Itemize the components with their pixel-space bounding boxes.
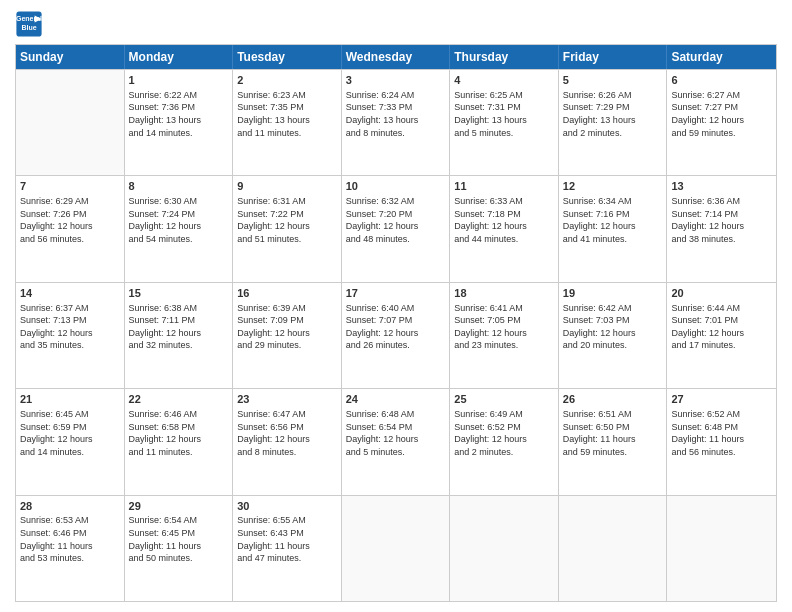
calendar-cell: 17Sunrise: 6:40 AM Sunset: 7:07 PM Dayli… [342,283,451,388]
calendar-cell: 26Sunrise: 6:51 AM Sunset: 6:50 PM Dayli… [559,389,668,494]
calendar-cell: 27Sunrise: 6:52 AM Sunset: 6:48 PM Dayli… [667,389,776,494]
calendar-cell: 22Sunrise: 6:46 AM Sunset: 6:58 PM Dayli… [125,389,234,494]
calendar-cell [559,496,668,601]
day-number: 20 [671,286,772,301]
day-number: 25 [454,392,554,407]
calendar-cell [667,496,776,601]
svg-text:Blue: Blue [21,24,36,31]
day-info: Sunrise: 6:51 AM Sunset: 6:50 PM Dayligh… [563,408,663,458]
day-number: 24 [346,392,446,407]
day-number: 21 [20,392,120,407]
day-info: Sunrise: 6:33 AM Sunset: 7:18 PM Dayligh… [454,195,554,245]
day-info: Sunrise: 6:37 AM Sunset: 7:13 PM Dayligh… [20,302,120,352]
day-info: Sunrise: 6:38 AM Sunset: 7:11 PM Dayligh… [129,302,229,352]
day-number: 13 [671,179,772,194]
day-number: 4 [454,73,554,88]
calendar-cell [16,70,125,175]
calendar-cell: 23Sunrise: 6:47 AM Sunset: 6:56 PM Dayli… [233,389,342,494]
calendar-cell: 2Sunrise: 6:23 AM Sunset: 7:35 PM Daylig… [233,70,342,175]
calendar-cell: 21Sunrise: 6:45 AM Sunset: 6:59 PM Dayli… [16,389,125,494]
logo-icon: General Blue [15,10,43,38]
calendar-row-0: 1Sunrise: 6:22 AM Sunset: 7:36 PM Daylig… [16,69,776,175]
calendar-cell [450,496,559,601]
day-number: 17 [346,286,446,301]
calendar-cell: 16Sunrise: 6:39 AM Sunset: 7:09 PM Dayli… [233,283,342,388]
day-number: 8 [129,179,229,194]
day-number: 5 [563,73,663,88]
day-info: Sunrise: 6:32 AM Sunset: 7:20 PM Dayligh… [346,195,446,245]
day-info: Sunrise: 6:25 AM Sunset: 7:31 PM Dayligh… [454,89,554,139]
day-info: Sunrise: 6:22 AM Sunset: 7:36 PM Dayligh… [129,89,229,139]
day-number: 30 [237,499,337,514]
day-info: Sunrise: 6:29 AM Sunset: 7:26 PM Dayligh… [20,195,120,245]
page: General Blue SundayMondayTuesdayWednesda… [0,0,792,612]
day-number: 27 [671,392,772,407]
calendar-cell: 4Sunrise: 6:25 AM Sunset: 7:31 PM Daylig… [450,70,559,175]
day-info: Sunrise: 6:45 AM Sunset: 6:59 PM Dayligh… [20,408,120,458]
calendar-cell: 14Sunrise: 6:37 AM Sunset: 7:13 PM Dayli… [16,283,125,388]
day-info: Sunrise: 6:23 AM Sunset: 7:35 PM Dayligh… [237,89,337,139]
day-number: 9 [237,179,337,194]
day-number: 11 [454,179,554,194]
day-info: Sunrise: 6:27 AM Sunset: 7:27 PM Dayligh… [671,89,772,139]
day-number: 19 [563,286,663,301]
day-info: Sunrise: 6:34 AM Sunset: 7:16 PM Dayligh… [563,195,663,245]
calendar-cell: 3Sunrise: 6:24 AM Sunset: 7:33 PM Daylig… [342,70,451,175]
calendar-cell: 18Sunrise: 6:41 AM Sunset: 7:05 PM Dayli… [450,283,559,388]
day-info: Sunrise: 6:42 AM Sunset: 7:03 PM Dayligh… [563,302,663,352]
calendar-cell: 10Sunrise: 6:32 AM Sunset: 7:20 PM Dayli… [342,176,451,281]
calendar-cell [342,496,451,601]
calendar-cell: 7Sunrise: 6:29 AM Sunset: 7:26 PM Daylig… [16,176,125,281]
header-cell-tuesday: Tuesday [233,45,342,69]
day-number: 6 [671,73,772,88]
calendar-cell: 6Sunrise: 6:27 AM Sunset: 7:27 PM Daylig… [667,70,776,175]
calendar-row-2: 14Sunrise: 6:37 AM Sunset: 7:13 PM Dayli… [16,282,776,388]
day-number: 26 [563,392,663,407]
calendar-cell: 13Sunrise: 6:36 AM Sunset: 7:14 PM Dayli… [667,176,776,281]
day-info: Sunrise: 6:30 AM Sunset: 7:24 PM Dayligh… [129,195,229,245]
day-number: 18 [454,286,554,301]
calendar-cell: 5Sunrise: 6:26 AM Sunset: 7:29 PM Daylig… [559,70,668,175]
calendar-cell: 15Sunrise: 6:38 AM Sunset: 7:11 PM Dayli… [125,283,234,388]
day-number: 22 [129,392,229,407]
calendar-body: 1Sunrise: 6:22 AM Sunset: 7:36 PM Daylig… [16,69,776,601]
day-info: Sunrise: 6:53 AM Sunset: 6:46 PM Dayligh… [20,514,120,564]
day-info: Sunrise: 6:44 AM Sunset: 7:01 PM Dayligh… [671,302,772,352]
calendar-cell: 12Sunrise: 6:34 AM Sunset: 7:16 PM Dayli… [559,176,668,281]
calendar-cell: 28Sunrise: 6:53 AM Sunset: 6:46 PM Dayli… [16,496,125,601]
calendar-cell: 24Sunrise: 6:48 AM Sunset: 6:54 PM Dayli… [342,389,451,494]
day-number: 23 [237,392,337,407]
header-cell-monday: Monday [125,45,234,69]
day-number: 10 [346,179,446,194]
calendar: SundayMondayTuesdayWednesdayThursdayFrid… [15,44,777,602]
day-info: Sunrise: 6:55 AM Sunset: 6:43 PM Dayligh… [237,514,337,564]
day-info: Sunrise: 6:52 AM Sunset: 6:48 PM Dayligh… [671,408,772,458]
header: General Blue [15,10,777,38]
calendar-row-3: 21Sunrise: 6:45 AM Sunset: 6:59 PM Dayli… [16,388,776,494]
calendar-cell: 8Sunrise: 6:30 AM Sunset: 7:24 PM Daylig… [125,176,234,281]
day-info: Sunrise: 6:24 AM Sunset: 7:33 PM Dayligh… [346,89,446,139]
day-info: Sunrise: 6:40 AM Sunset: 7:07 PM Dayligh… [346,302,446,352]
day-number: 12 [563,179,663,194]
header-cell-saturday: Saturday [667,45,776,69]
calendar-row-4: 28Sunrise: 6:53 AM Sunset: 6:46 PM Dayli… [16,495,776,601]
header-cell-wednesday: Wednesday [342,45,451,69]
day-number: 28 [20,499,120,514]
day-number: 15 [129,286,229,301]
day-number: 7 [20,179,120,194]
day-info: Sunrise: 6:49 AM Sunset: 6:52 PM Dayligh… [454,408,554,458]
calendar-cell: 11Sunrise: 6:33 AM Sunset: 7:18 PM Dayli… [450,176,559,281]
calendar-cell: 30Sunrise: 6:55 AM Sunset: 6:43 PM Dayli… [233,496,342,601]
day-number: 2 [237,73,337,88]
calendar-cell: 20Sunrise: 6:44 AM Sunset: 7:01 PM Dayli… [667,283,776,388]
day-info: Sunrise: 6:54 AM Sunset: 6:45 PM Dayligh… [129,514,229,564]
calendar-cell: 9Sunrise: 6:31 AM Sunset: 7:22 PM Daylig… [233,176,342,281]
day-number: 29 [129,499,229,514]
calendar-header: SundayMondayTuesdayWednesdayThursdayFrid… [16,45,776,69]
calendar-cell: 19Sunrise: 6:42 AM Sunset: 7:03 PM Dayli… [559,283,668,388]
calendar-cell: 25Sunrise: 6:49 AM Sunset: 6:52 PM Dayli… [450,389,559,494]
calendar-cell: 1Sunrise: 6:22 AM Sunset: 7:36 PM Daylig… [125,70,234,175]
calendar-cell: 29Sunrise: 6:54 AM Sunset: 6:45 PM Dayli… [125,496,234,601]
day-info: Sunrise: 6:48 AM Sunset: 6:54 PM Dayligh… [346,408,446,458]
day-info: Sunrise: 6:47 AM Sunset: 6:56 PM Dayligh… [237,408,337,458]
